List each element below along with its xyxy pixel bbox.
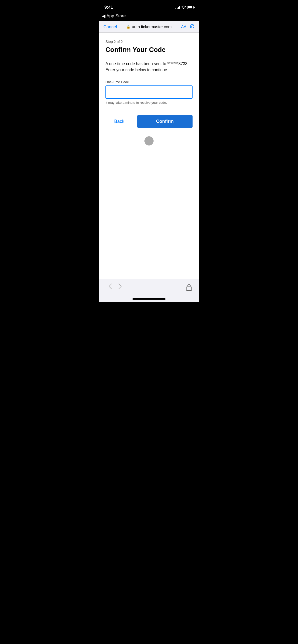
browser-forward-button[interactable] <box>115 282 125 292</box>
status-time: 9:41 <box>104 5 113 10</box>
battery-icon <box>187 6 194 9</box>
button-row: Back Confirm <box>105 115 193 128</box>
wifi-icon <box>182 6 186 9</box>
confirm-button[interactable]: Confirm <box>137 115 193 128</box>
home-indicator <box>99 297 199 302</box>
app-store-label: App Store <box>106 13 126 19</box>
scroll-indicator <box>105 136 193 145</box>
status-icons <box>175 6 194 9</box>
masked-number: *******8733 <box>167 62 187 66</box>
back-chevron-icon: ◀ <box>102 13 105 19</box>
browser-back-button[interactable] <box>105 282 115 292</box>
reload-button[interactable] <box>190 24 195 30</box>
description-part1: A one-time code has been sent to <box>105 62 167 66</box>
url-bar: 🔒 auth.ticketmaster.com <box>120 25 178 29</box>
aa-button[interactable]: AA <box>181 25 186 29</box>
page-title: Confirm Your Code <box>105 46 193 54</box>
signal-bars-icon <box>175 6 180 9</box>
step-indicator: Step 2 of 2 <box>105 40 193 44</box>
helper-text: It may take a minute to receive your cod… <box>105 101 193 105</box>
main-content: Step 2 of 2 Confirm Your Code A one-time… <box>99 33 199 157</box>
status-bar: 9:41 <box>99 0 199 13</box>
browser-chrome: Cancel 🔒 auth.ticketmaster.com AA <box>99 21 199 33</box>
scroll-dot <box>144 136 154 145</box>
field-label: One-Time Code <box>105 80 193 84</box>
browser-actions: AA <box>181 24 195 30</box>
app-store-nav: ◀ App Store <box>99 13 199 21</box>
content-area <box>99 157 199 279</box>
share-button[interactable] <box>185 284 193 291</box>
home-bar <box>132 298 166 300</box>
back-button[interactable]: Back <box>105 115 133 128</box>
lock-icon: 🔒 <box>126 25 130 29</box>
description-text: A one-time code has been sent to *******… <box>105 61 193 73</box>
url-text: auth.ticketmaster.com <box>132 25 172 29</box>
share-icon <box>185 284 193 291</box>
browser-cancel-button[interactable]: Cancel <box>103 24 117 30</box>
browser-toolbar <box>99 279 199 297</box>
one-time-code-input[interactable] <box>105 85 193 99</box>
